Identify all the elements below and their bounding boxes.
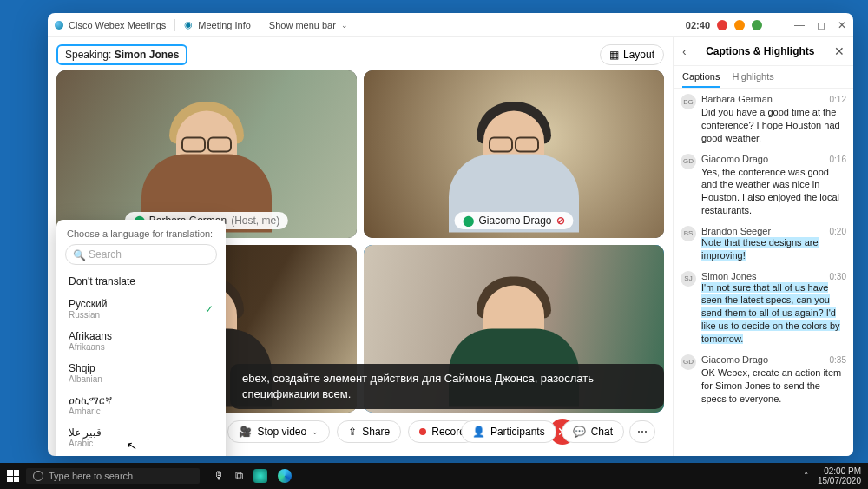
search-placeholder: Type here to search [49, 471, 133, 481]
status-ok-icon[interactable] [752, 20, 762, 30]
title-bar: Cisco Webex Meetings ◉ Meeting Info Show… [48, 13, 853, 37]
caption-author: Giacomo Drago [701, 354, 768, 365]
start-button[interactable] [7, 470, 19, 482]
cortana-icon [33, 471, 43, 481]
close-button[interactable]: ✕ [838, 19, 846, 31]
people-icon: 👤 [472, 426, 485, 438]
caption-item[interactable]: BSBrandon Seeger0:20Note that these desi… [681, 226, 846, 262]
globe-icon: ◉ [184, 19, 193, 30]
caption-item[interactable]: SJSimon Jones0:30I'm not sure that all o… [681, 271, 846, 346]
caption-author: Barbara German [701, 94, 773, 104]
share-icon: ⇪ [348, 426, 357, 438]
caption-timestamp: 0:20 [830, 227, 846, 236]
show-menu-bar-link[interactable]: Show menu bar [269, 20, 336, 30]
caption-item[interactable]: BGBarbara German0:12Did you have a good … [681, 94, 846, 145]
grid-icon: ▦ [609, 49, 619, 61]
system-clock[interactable]: 02:00 PM 15/07/2020 [818, 466, 861, 486]
caption-author: Giacomo Drago [701, 154, 768, 164]
captions-panel: ‹ Captions & Highlights ✕ CaptionsHighli… [673, 37, 853, 456]
avatar: SJ [681, 271, 696, 287]
caption-timestamp: 0:30 [830, 272, 846, 281]
tab-captions[interactable]: Captions [682, 71, 720, 88]
participant-name-tag: ⬤ Giacomo Drago ⊘ [454, 212, 573, 229]
layout-button[interactable]: ▦ Layout [600, 44, 664, 65]
webex-window: Cisco Webex Meetings ◉ Meeting Info Show… [48, 13, 853, 456]
caption-item[interactable]: GDGiacomo Drago0:16Yes, the conference w… [681, 154, 846, 217]
divider [174, 19, 175, 31]
avatar: BS [681, 226, 696, 241]
divider [260, 19, 260, 31]
video-tile[interactable]: ⬤ Giacomo Drago ⊘ [364, 70, 664, 238]
language-option[interactable]: ՀայոցArmenian [56, 453, 226, 456]
language-option[interactable]: ShqipAlbanian [56, 357, 226, 389]
caption-body: OK Webex, create an action item for Simo… [701, 367, 846, 406]
live-caption-overlay: ebex, создайте элемент действия для Сайм… [230, 364, 664, 409]
task-view-icon[interactable]: ⧉ [235, 469, 243, 483]
language-option[interactable]: قبير علاArabic [56, 421, 226, 453]
taskbar-search[interactable]: Type here to search [26, 468, 200, 484]
language-option[interactable]: Don't translate [56, 270, 226, 293]
share-button[interactable]: ⇪ Share [337, 420, 401, 443]
speaking-indicator: Speaking: Simon Jones [56, 44, 187, 65]
popup-title: Choose a language for translation: [56, 228, 226, 244]
status-recording-icon[interactable] [717, 20, 727, 30]
caption-author: Simon Jones [701, 271, 757, 281]
panel-back-button[interactable]: ‹ [682, 44, 687, 58]
language-option[interactable]: AfrikaansAfrikaans [56, 325, 226, 357]
participants-button[interactable]: 👤 Participants [461, 420, 556, 443]
muted-icon: ⊘ [556, 215, 565, 227]
caption-body: I'm not sure that all of us have seen th… [701, 282, 840, 344]
avatar: GD [681, 354, 696, 370]
camera-icon: 🎥 [239, 426, 252, 438]
more-icon: ⋯ [637, 426, 648, 438]
language-translation-popup: Choose a language for translation: 🔍 Sea… [56, 220, 226, 456]
captions-list[interactable]: BGBarbara German0:12Did you have a good … [674, 89, 853, 456]
mic-icon: ⬤ [463, 215, 474, 227]
chevron-down-icon: ⌄ [341, 21, 348, 30]
language-search-input[interactable]: 🔍 Search [65, 244, 217, 265]
caption-timestamp: 0:35 [830, 355, 846, 365]
app-title: Cisco Webex Meetings [69, 20, 166, 30]
meeting-info-link[interactable]: Meeting Info [198, 20, 251, 30]
elapsed-time: 02:40 [686, 20, 710, 30]
video-area: Speaking: Simon Jones ▦ Layout ⬤ Barbara… [48, 37, 673, 456]
panel-title: Captions & Highlights [706, 45, 814, 57]
panel-tabs: CaptionsHighlights [674, 66, 853, 89]
windows-taskbar: Type here to search 🎙 ⧉ ˄ 02:00 PM 15/07… [0, 463, 868, 489]
tab-highlights[interactable]: Highlights [732, 71, 773, 88]
panel-more-button[interactable]: ⋯ [629, 420, 655, 443]
status-warning-icon[interactable] [734, 20, 745, 30]
caption-body: Did you have a good time at the conferen… [701, 106, 846, 145]
mic-taskbar-icon[interactable]: 🎙 [214, 469, 225, 483]
chat-button[interactable]: 💬 Chat [562, 420, 624, 443]
maximize-button[interactable]: ◻ [817, 19, 825, 31]
caption-body: Yes, the conference was good and the wea… [701, 166, 846, 217]
speaking-prefix: Speaking: [65, 49, 115, 61]
language-option[interactable]: РусскийRussian [56, 293, 226, 325]
minimize-button[interactable]: — [794, 19, 805, 31]
tray-chevron-icon[interactable]: ˄ [804, 471, 809, 482]
taskbar-app-icon[interactable] [253, 469, 267, 483]
edge-browser-icon[interactable] [278, 469, 292, 483]
language-option[interactable]: ዐስኪማርኛAmharic [56, 389, 226, 421]
record-icon [419, 428, 426, 435]
caption-timestamp: 0:12 [830, 95, 846, 104]
chevron-down-icon[interactable]: ⌄ [312, 427, 319, 436]
chat-icon: 💬 [573, 426, 586, 438]
webex-logo-icon [55, 21, 63, 30]
layout-label: Layout [623, 49, 654, 61]
panel-close-button[interactable]: ✕ [834, 44, 845, 58]
search-icon: 🔍 [73, 249, 86, 261]
divider [773, 19, 773, 31]
caption-timestamp: 0:16 [830, 155, 846, 164]
avatar: BG [681, 94, 696, 109]
caption-author: Brandon Seeger [701, 226, 771, 236]
avatar: GD [681, 154, 696, 169]
caption-body: Note that these designs are improving! [701, 237, 819, 261]
caption-item[interactable]: GDGiacomo Drago0:35OK Webex, create an a… [681, 354, 846, 406]
speaking-name: Simon Jones [115, 49, 180, 61]
stop-video-button[interactable]: 🎥 Stop video ⌄ [227, 420, 330, 443]
video-tile[interactable]: ⬤ Barbara German (Host, me) [56, 70, 357, 238]
